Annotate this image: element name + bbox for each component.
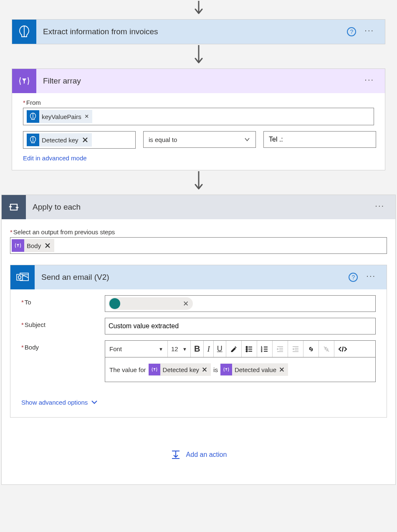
select-output-label: Select an output from previous steps — [10, 228, 387, 236]
bullet-list-button[interactable] — [242, 341, 257, 357]
help-icon[interactable]: ? — [347, 27, 356, 36]
more-menu-icon[interactable]: ··· — [364, 79, 374, 83]
body-label: Body — [21, 340, 105, 351]
show-advanced-options-link[interactable]: Show advanced options — [21, 398, 99, 406]
code-view-button[interactable] — [334, 341, 351, 357]
step-filter-array: Filter array ··· From keyValuePairs × — [12, 68, 385, 170]
from-label: From — [23, 99, 374, 106]
highlight-button[interactable] — [226, 341, 242, 357]
svg-point-3 — [246, 346, 247, 347]
step-title: Filter array — [36, 76, 364, 86]
step-title: Extract information from invoices — [36, 27, 347, 36]
outlook-icon — [10, 265, 35, 289]
italic-button[interactable]: I — [204, 341, 213, 357]
operator-value: is equal to — [149, 136, 177, 143]
edit-advanced-mode-link[interactable]: Edit in advanced mode — [23, 155, 87, 162]
ai-builder-icon — [27, 110, 39, 123]
font-size-value: 12 — [171, 345, 178, 352]
unlink-button[interactable] — [319, 341, 334, 357]
token-detected-value[interactable]: Detected value — [220, 363, 288, 376]
token-remove-icon[interactable] — [279, 367, 285, 372]
insert-step-icon — [170, 449, 181, 460]
loop-icon — [2, 195, 26, 219]
font-label: Font — [109, 345, 122, 352]
outdent-button[interactable] — [273, 341, 288, 357]
subject-label: Subject — [21, 318, 105, 328]
filter-icon — [12, 69, 36, 93]
ai-builder-icon — [27, 134, 39, 146]
token-label: Detected value — [235, 366, 276, 373]
recipient-chip[interactable]: ✕ — [109, 297, 193, 310]
font-select[interactable]: Font ▼ — [105, 341, 168, 357]
step-title: Apply to each — [26, 203, 375, 212]
token-detected-key[interactable]: Detected key — [149, 363, 211, 376]
arrow-connector — [0, 170, 397, 195]
subject-value[interactable] — [109, 322, 372, 330]
indent-button[interactable] — [288, 341, 303, 357]
step-title: Send an email (V2) — [35, 273, 349, 282]
token-keyvaluepairs[interactable]: keyValuePairs × — [27, 110, 92, 123]
ai-builder-icon — [12, 20, 36, 44]
token-remove-icon[interactable]: × — [84, 112, 89, 121]
avatar — [109, 298, 120, 309]
token-label: keyValuePairs — [42, 113, 81, 120]
step-header[interactable]: Filter array ··· — [12, 69, 385, 93]
underline-button[interactable]: U — [214, 341, 226, 357]
token-label: Detected key — [42, 137, 78, 144]
token-detected-key[interactable]: Detected key — [27, 133, 92, 147]
svg-rect-1 — [17, 274, 23, 280]
svg-text:3: 3 — [261, 350, 263, 352]
condition-left-input[interactable]: Detected key — [23, 131, 136, 149]
condition-operator-select[interactable]: is equal to — [143, 131, 256, 148]
to-input[interactable]: ✕ — [105, 295, 376, 312]
condition-right-input[interactable] — [263, 131, 376, 148]
token-remove-icon[interactable] — [81, 137, 89, 143]
token-body[interactable]: Body — [12, 239, 54, 252]
number-list-button[interactable]: 123 — [257, 341, 273, 357]
data-operation-icon — [220, 364, 232, 375]
more-menu-icon[interactable]: ··· — [375, 205, 384, 209]
to-label: To — [21, 295, 105, 306]
show-advanced-label: Show advanced options — [21, 399, 88, 406]
chevron-down-icon — [90, 398, 99, 406]
from-input[interactable]: keyValuePairs × — [23, 108, 374, 125]
font-size-select[interactable]: 12 ▼ — [168, 341, 191, 357]
step-header[interactable]: Send an email (V2) ? ··· — [10, 265, 387, 289]
svg-point-4 — [246, 348, 247, 350]
caret-down-icon: ▼ — [182, 347, 187, 352]
caret-down-icon: ▼ — [159, 347, 163, 352]
body-text: The value for — [109, 366, 146, 373]
body-text: is — [213, 366, 218, 373]
richtext-toolbar: Font ▼ 12 ▼ B I U — [105, 340, 376, 357]
arrow-connector — [0, 0, 397, 19]
body-editor[interactable]: The value for Detected key is — [105, 357, 376, 382]
subject-input[interactable] — [105, 318, 376, 334]
step-apply-to-each: Apply to each ··· Select an output from … — [1, 195, 396, 485]
data-operation-icon — [149, 364, 160, 375]
add-action-label: Add an action — [186, 451, 227, 459]
chip-remove-icon[interactable]: ✕ — [183, 299, 189, 308]
data-operation-icon — [12, 239, 24, 252]
arrow-connector — [0, 44, 397, 68]
step-header[interactable]: Apply to each ··· — [2, 195, 395, 219]
select-output-input[interactable]: Body — [10, 237, 387, 254]
chevron-down-icon — [244, 136, 250, 143]
condition-value[interactable] — [269, 136, 371, 143]
token-label: Body — [27, 242, 41, 249]
token-remove-icon[interactable] — [43, 242, 51, 249]
more-menu-icon[interactable]: ··· — [364, 30, 374, 33]
svg-point-5 — [246, 350, 247, 352]
add-action-button[interactable]: Add an action — [170, 449, 227, 460]
token-remove-icon[interactable] — [202, 367, 207, 372]
step-send-email: Send an email (V2) ? ··· To — [10, 265, 387, 418]
link-button[interactable] — [303, 341, 319, 357]
step-extract-invoices: Extract information from invoices ? ··· — [12, 19, 385, 44]
more-menu-icon[interactable]: ··· — [366, 276, 376, 279]
bold-button[interactable]: B — [191, 341, 204, 357]
token-label: Detected key — [163, 366, 200, 373]
step-header[interactable]: Extract information from invoices ? ··· — [12, 20, 385, 44]
help-icon[interactable]: ? — [349, 273, 358, 282]
